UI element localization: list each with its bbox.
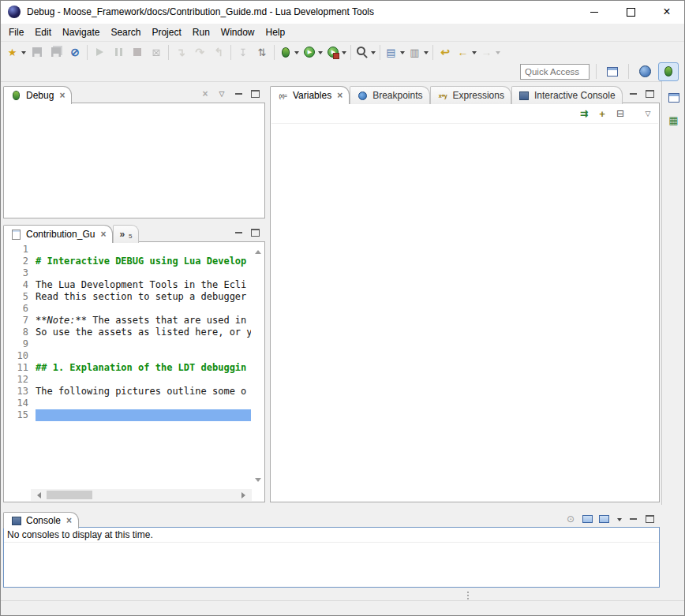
new-wizard-button[interactable] <box>4 43 28 61</box>
dropdown-arrow-icon[interactable] <box>294 51 299 57</box>
line-text: The Lua Development Tools in the Ecli <box>36 279 251 291</box>
menu-run[interactable]: Run <box>187 24 215 40</box>
close-icon[interactable] <box>59 90 65 101</box>
open-search-button[interactable] <box>354 43 377 61</box>
scroll-up-icon[interactable] <box>255 247 261 254</box>
dropdown-arrow-icon[interactable] <box>318 51 323 57</box>
debug-perspective-button[interactable] <box>658 62 679 81</box>
run-button[interactable] <box>301 43 324 61</box>
close-window-button[interactable] <box>649 0 685 24</box>
tab-breakpoints[interactable]: Breakpoints <box>350 86 429 104</box>
restore-view-1-icon[interactable] <box>667 91 681 105</box>
tab-variables[interactable]: Variables <box>270 86 350 104</box>
menu-help[interactable]: Help <box>260 24 291 40</box>
open-console-icon[interactable] <box>598 513 609 525</box>
use-step-filters-button[interactable] <box>253 43 271 61</box>
editor-line[interactable]: 7**Note:** The assets that are used in <box>5 315 251 327</box>
scroll-left-icon[interactable] <box>34 492 41 498</box>
scroll-down-icon[interactable] <box>255 478 261 485</box>
minimize-view-icon[interactable] <box>233 88 244 99</box>
variables-view-tab-bar: VariablesBreakpointsExpressionsInteracti… <box>270 84 660 103</box>
scroll-right-icon[interactable] <box>241 492 249 498</box>
close-icon[interactable] <box>66 515 72 526</box>
minimize-view-icon[interactable] <box>233 227 244 238</box>
editor-line[interactable]: 9 <box>5 338 251 350</box>
last-edit-location-icon <box>439 46 452 59</box>
menu-file[interactable]: File <box>3 24 29 40</box>
editor-line[interactable]: 8So use the assets as listed here, or y <box>5 327 251 338</box>
editor-line[interactable]: 10 <box>5 350 251 362</box>
save-all-icon <box>50 46 63 59</box>
menu-navigate[interactable]: Navigate <box>57 24 105 40</box>
dropdown-arrow-icon[interactable] <box>371 51 376 57</box>
external-tools-button[interactable] <box>324 43 348 61</box>
annotation-navigation-button[interactable] <box>406 43 430 61</box>
maximize-view-icon[interactable] <box>249 227 260 238</box>
line-text <box>36 398 251 409</box>
skip-all-breakpoints-button[interactable] <box>66 43 84 61</box>
dropdown-arrow-icon[interactable] <box>21 51 26 57</box>
restore-view-2-icon[interactable] <box>667 113 681 127</box>
menu-search[interactable]: Search <box>105 24 146 40</box>
maximize-view-icon[interactable] <box>644 88 655 99</box>
editor-line[interactable]: 11## 1. Explanation of the LDT debuggin <box>5 362 251 374</box>
back-button[interactable] <box>455 43 478 61</box>
new-watch-expression-icon[interactable] <box>597 108 608 119</box>
editor-line[interactable]: 12 <box>5 374 251 386</box>
line-text <box>36 267 251 279</box>
show-logical-structures-icon[interactable] <box>578 108 590 119</box>
forward-button <box>478 43 502 61</box>
tab-interactive-console[interactable]: Interactive Console <box>511 86 623 104</box>
last-edit-location-button[interactable] <box>436 43 455 61</box>
dropdown-arrow-icon[interactable] <box>496 51 500 57</box>
quick-access-input[interactable] <box>520 64 590 80</box>
menu-edit[interactable]: Edit <box>29 24 57 40</box>
editor-line[interactable]: 4The Lua Development Tools in the Ecli <box>5 279 251 291</box>
editor-line[interactable]: 5Read this section to setup a debugger <box>5 291 251 303</box>
editor-horizontal-scrollbar[interactable] <box>31 489 252 501</box>
tab-expressions[interactable]: Expressions <box>430 86 511 104</box>
editor-line[interactable]: 2# Interactive DEBUG using Lua Develop <box>5 256 251 267</box>
skip-all-breakpoints-icon <box>69 46 82 59</box>
maximize-window-button[interactable] <box>612 0 649 24</box>
new-file-button[interactable] <box>383 43 406 61</box>
close-icon[interactable] <box>100 229 106 240</box>
view-menu-icon[interactable] <box>642 108 653 119</box>
scrollbar-thumb[interactable] <box>47 491 92 499</box>
debug-button[interactable] <box>277 43 301 61</box>
hidden-editors-chevron[interactable]: 5 <box>113 225 138 243</box>
open-perspective-button[interactable] <box>603 63 622 80</box>
view-menu-icon[interactable] <box>216 88 227 99</box>
editor-line[interactable]: 3 <box>5 267 251 279</box>
disconnect-button <box>147 43 166 61</box>
line-text <box>36 244 251 256</box>
tab-label: Expressions <box>453 90 504 101</box>
drop-to-frame-icon <box>237 46 250 59</box>
editor-line[interactable]: 14 <box>5 398 251 409</box>
maximize-view-icon[interactable] <box>249 88 260 99</box>
dropdown-arrow-icon[interactable] <box>342 51 346 57</box>
editor-vertical-scrollbar[interactable] <box>252 243 264 489</box>
display-selected-console-icon[interactable] <box>582 513 593 525</box>
menu-project[interactable]: Project <box>146 24 186 40</box>
editor-line[interactable]: 1 <box>5 244 251 256</box>
tab-console[interactable]: Console <box>3 512 79 528</box>
minimize-window-button[interactable] <box>576 0 612 24</box>
dropdown-arrow-icon[interactable] <box>400 51 405 57</box>
tab-debug[interactable]: Debug <box>3 86 72 104</box>
menu-window[interactable]: Window <box>215 24 260 40</box>
dropdown-arrow-icon[interactable] <box>617 518 622 524</box>
lua-perspective-button[interactable] <box>635 63 654 80</box>
editor-line[interactable]: 15 <box>5 409 251 421</box>
minimize-view-icon[interactable] <box>627 88 638 99</box>
dropdown-arrow-icon[interactable] <box>472 51 477 57</box>
minimize-view-icon[interactable] <box>627 513 638 525</box>
dropdown-arrow-icon[interactable] <box>424 51 429 57</box>
editor-line[interactable]: 6 <box>5 303 251 315</box>
maximize-view-icon[interactable] <box>644 513 655 525</box>
collapse-all-icon[interactable] <box>615 108 626 119</box>
tab-contribution-guide[interactable]: Contribution_Gu <box>3 225 113 243</box>
close-icon[interactable] <box>337 90 342 101</box>
editor-line[interactable]: 13The following pictures outline some o <box>5 386 251 398</box>
line-number: 9 <box>5 338 36 350</box>
